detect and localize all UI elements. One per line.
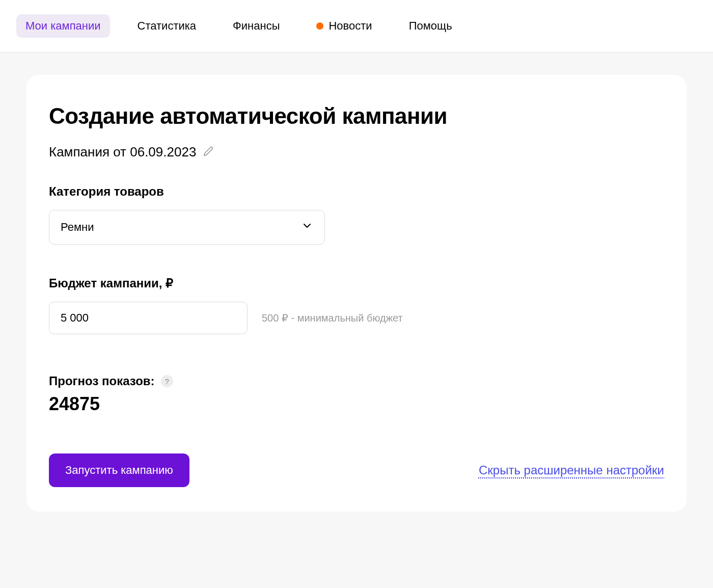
nav-statistics[interactable]: Статистика: [128, 14, 206, 38]
action-row: Запустить кампанию Скрыть расширенные на…: [49, 453, 664, 487]
budget-row: 500 ₽ - минимальный бюджет: [49, 302, 664, 334]
category-selected-value: Ремни: [61, 221, 94, 234]
nav-label: Мои кампании: [25, 19, 101, 33]
page-title: Создание автоматической кампании: [49, 103, 664, 129]
nav-my-campaigns[interactable]: Мои кампании: [16, 14, 110, 38]
category-label: Категория товаров: [49, 184, 664, 199]
page-wrap: Создание автоматической кампании Кампани…: [0, 52, 713, 534]
campaign-name: Кампания от 06.09.2023: [49, 144, 196, 160]
chevron-down-icon: [301, 220, 313, 235]
nav-label: Финансы: [233, 19, 280, 33]
hide-advanced-link[interactable]: Скрыть расширенные настройки: [479, 463, 664, 477]
pencil-icon[interactable]: [203, 146, 213, 158]
budget-label: Бюджет кампании, ₽: [49, 276, 664, 290]
forecast-label: Прогноз показов:: [49, 374, 155, 388]
nav-help[interactable]: Помощь: [400, 14, 461, 38]
launch-button[interactable]: Запустить кампанию: [49, 453, 189, 487]
notification-dot-icon: [316, 22, 323, 30]
nav-finance[interactable]: Финансы: [224, 14, 289, 38]
budget-hint: 500 ₽ - минимальный бюджет: [262, 312, 403, 324]
nav-label: Статистика: [138, 19, 197, 33]
top-nav: Мои кампании Статистика Финансы Новости …: [0, 0, 713, 52]
campaign-name-row: Кампания от 06.09.2023: [49, 144, 664, 160]
budget-input[interactable]: [49, 302, 248, 334]
category-select[interactable]: Ремни: [49, 210, 325, 245]
forecast-label-row: Прогноз показов: ?: [49, 374, 664, 388]
help-icon[interactable]: ?: [161, 375, 173, 387]
nav-label: Новости: [328, 19, 372, 33]
nav-news[interactable]: Новости: [307, 14, 381, 38]
forecast-value: 24875: [49, 393, 664, 415]
campaign-card: Создание автоматической кампании Кампани…: [26, 75, 687, 512]
nav-label: Помощь: [409, 19, 452, 33]
